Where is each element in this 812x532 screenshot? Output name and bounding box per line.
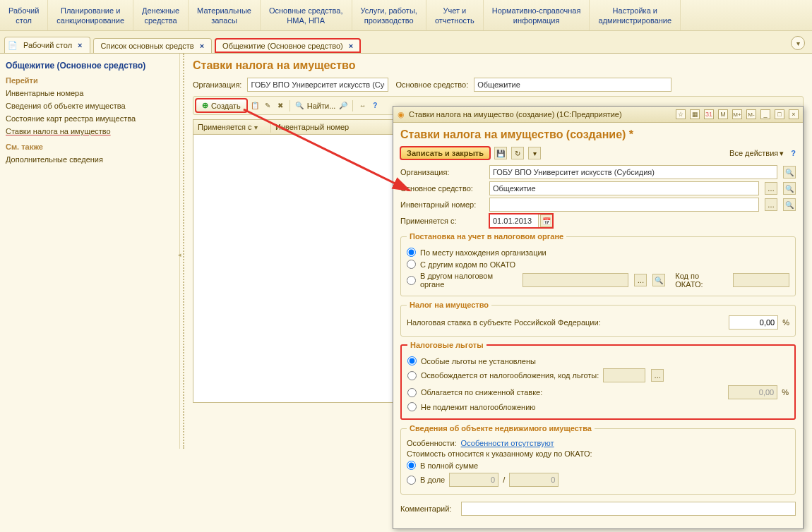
side-link-tax-rates[interactable]: Ставки налога на имущество [6, 126, 174, 137]
all-actions-menu[interactable]: Все действия ▾ [729, 149, 784, 158]
m-inv-label: Инвентарный номер: [400, 200, 485, 209]
radio-other-okato[interactable]: С другим кодом по ОКАТО [407, 260, 789, 269]
nav-stock[interactable]: Материальныезапасы [189, 0, 261, 30]
fav-icon[interactable]: ☆ [676, 109, 686, 119]
m-icon[interactable]: M [718, 109, 728, 119]
tab-dormitory[interactable]: Общежитие (Основное средство) × [215, 38, 361, 53]
calendar-icon[interactable]: 31 [704, 109, 714, 119]
col-applies-from[interactable]: Применяется с ▾ [193, 121, 271, 133]
legend-object: Сведения об объекте недвижимого имуществ… [407, 424, 595, 433]
refresh-icon[interactable]: ↻ [511, 147, 524, 159]
select-icon[interactable]: … [651, 369, 664, 382]
radio-exempt-row: Освобождается от налогообложения, код ль… [407, 368, 789, 382]
reduced-rate-input[interactable] [728, 385, 777, 399]
lookup-icon[interactable]: 🔍 [652, 274, 665, 286]
app-icon: ◉ [398, 110, 405, 119]
side-link-extra[interactable]: Дополнительные сведения [6, 154, 174, 165]
more-icon[interactable]: ▾ [528, 147, 541, 159]
radio-not-taxed[interactable]: Не подлежит налогообложению [407, 402, 789, 411]
help-icon[interactable]: ? [791, 149, 796, 157]
org-input[interactable] [247, 78, 388, 92]
minimize-icon[interactable]: _ [760, 109, 770, 119]
radio-other-tax[interactable] [407, 276, 416, 285]
other-tax-input[interactable] [523, 273, 628, 287]
m-fa-input[interactable]: Общежитие [489, 181, 759, 195]
sort-icon: ▾ [254, 123, 258, 131]
select-icon[interactable]: … [634, 274, 647, 286]
nav-admin[interactable]: Настройка иадминистрирование [590, 0, 681, 30]
edit-icon[interactable]: ✎ [263, 101, 273, 111]
okato-label: Код по ОКАТО: [675, 272, 729, 289]
nav-reference[interactable]: Нормативно-справочнаяинформация [484, 0, 590, 30]
maximize-icon[interactable]: □ [775, 109, 784, 119]
tab-bar: 📄 Рабочий стол × Список основных средств… [0, 31, 812, 54]
features-link[interactable]: Особенности отсутствуют [461, 439, 554, 447]
exempt-code-input[interactable] [603, 368, 645, 382]
radio-other-tax-row: В другом налоговом органе … 🔍 Код по ОКА… [407, 272, 789, 289]
nav-money[interactable]: Денежныесредства [133, 0, 189, 30]
close-icon[interactable]: × [200, 42, 204, 50]
nav-planning[interactable]: Планирование исанкционирование [48, 0, 133, 30]
m-inv-input[interactable] [489, 198, 759, 212]
rate-input[interactable] [729, 315, 778, 330]
legend-registration: Постановка на учет в налоговом органе [407, 232, 566, 241]
close-icon[interactable]: × [78, 41, 82, 49]
find-label[interactable]: Найти... [307, 102, 336, 110]
calc-icon[interactable]: ▦ [690, 109, 700, 119]
modal-titlebar[interactable]: ◉ Ставки налога на имущество (создание) … [393, 107, 803, 123]
modal-close-icon[interactable]: × [789, 109, 799, 119]
radio-exempt[interactable] [407, 371, 417, 380]
okato-input[interactable] [733, 273, 789, 287]
search-icon: 🔍 [294, 101, 304, 111]
side-link-property[interactable]: Сведения об объекте имущества [6, 100, 174, 111]
create-button[interactable]: ⊕ Создать [196, 99, 247, 112]
side-group-go: Перейти [6, 76, 174, 85]
close-icon[interactable]: × [349, 42, 353, 50]
select-icon[interactable]: … [765, 182, 777, 195]
radio-reduced[interactable] [407, 388, 417, 397]
plus-icon: ⊕ [202, 101, 208, 110]
legend-tax: Налог на имущество [407, 301, 491, 309]
fa-input[interactable] [474, 78, 671, 92]
save-close-button[interactable]: Записать и закрыть [400, 147, 490, 159]
radio-org-location[interactable]: По месту нахождения организации [407, 248, 789, 257]
fieldset-tax: Налог на имущество Налоговая ставка в су… [400, 301, 796, 337]
m-fa-label: Основное средство: [400, 184, 485, 193]
m-date-label: Применяется с: [400, 217, 485, 225]
side-link-registry[interactable]: Состояние карт реестра имущества [6, 113, 174, 124]
legend-benefits: Налоговые льготы [407, 341, 486, 349]
m-org-input[interactable]: ГОБУ ВПО Университет искусств (Субсидия) [489, 165, 777, 179]
dropdown-button[interactable]: ▾ [791, 36, 805, 50]
rate-label: Налоговая ставка в субъекте Российской Ф… [407, 318, 724, 327]
fieldset-benefits: Налоговые льготы Особые льготы не устано… [400, 341, 796, 420]
tab-desktop[interactable]: 📄 Рабочий стол × [4, 37, 90, 53]
side-panel: Общежитие (Основное средство) Перейти Ин… [0, 54, 180, 449]
copy-icon[interactable]: 📋 [250, 101, 260, 111]
calendar-picker-icon[interactable]: 📅 [540, 214, 553, 227]
clear-search-icon[interactable]: 🔎 [338, 101, 348, 111]
chevron-down-icon: ▾ [796, 40, 800, 47]
modal-heading: Ставки налога на имущество (создание) * [400, 128, 796, 141]
radio-no-benefit[interactable]: Особые льготы не установлены [407, 356, 789, 365]
create-label: Создать [211, 102, 241, 110]
tab-label: Общежитие (Основное средство) [222, 42, 343, 50]
nav-desktop[interactable]: Рабочийстол [0, 0, 48, 30]
mminus-icon[interactable]: M- [746, 109, 756, 119]
help-icon[interactable]: ? [370, 101, 380, 111]
pct-label: % [782, 388, 789, 397]
side-link-inventory[interactable]: Инвентарные номера [6, 87, 174, 99]
m-date-input[interactable] [489, 214, 539, 228]
mplus-icon[interactable]: M+ [732, 109, 742, 119]
nav-accounting[interactable]: Учет иотчетность [426, 0, 484, 30]
delete-icon[interactable]: ✖ [275, 101, 285, 111]
nav-assets[interactable]: Основные средства,НМА, НПА [261, 0, 352, 30]
save-icon[interactable]: 💾 [494, 147, 507, 159]
lookup-icon[interactable]: 🔍 [783, 182, 796, 195]
side-title: Общежитие (Основное средство) [6, 61, 174, 71]
nav-back-icon[interactable]: ↔ [357, 101, 367, 111]
tab-asset-list[interactable]: Список основных средств × [93, 38, 213, 53]
select-icon[interactable]: … [765, 198, 777, 211]
lookup-icon[interactable]: 🔍 [783, 166, 796, 179]
nav-services[interactable]: Услуги, работы,производство [352, 0, 426, 30]
lookup-icon[interactable]: 🔍 [783, 198, 796, 211]
